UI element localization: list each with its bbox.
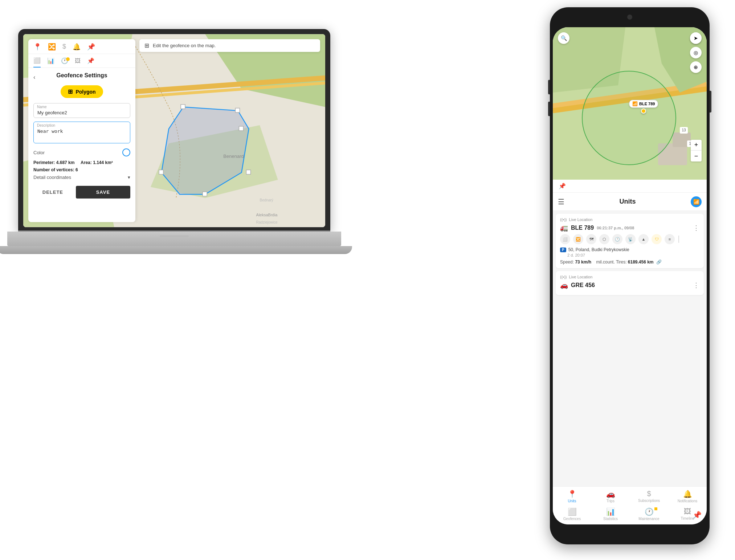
menu-icon[interactable]: ☰ — [558, 197, 564, 206]
ble-name: BLE 789 — [639, 102, 655, 106]
name-input[interactable] — [33, 103, 130, 118]
description-field: Description Near work — [33, 122, 130, 145]
nav-item-statistics[interactable]: 📊 Statistics — [591, 507, 630, 522]
unit1-action-hex[interactable]: ⬡ — [599, 234, 609, 244]
sidebar-tab-geofence[interactable]: ⬜ — [33, 57, 41, 68]
maintenance-nav-label: Maintenance — [638, 517, 659, 521]
target-button[interactable]: ◎ — [690, 47, 702, 58]
units-nav-icon: 📍 — [568, 490, 577, 498]
units-avatar[interactable]: 📶 — [691, 196, 702, 207]
svg-text:Benenard: Benenard — [223, 154, 244, 159]
geofences-nav-label: Geofences — [563, 517, 581, 521]
navigate-button[interactable]: ➤ — [690, 32, 702, 44]
scene: Benenard AleksaBrdia Radziejowice Bednar… — [0, 0, 735, 560]
unit1-action-shield[interactable]: 🛡 — [652, 234, 662, 244]
notifications-nav-label: Notifications — [678, 499, 697, 503]
perimeter-value: 4.687 km — [56, 160, 75, 165]
link-icon: 🔗 — [656, 259, 662, 265]
unit1-duration: 2 d. 20:07 — [567, 253, 699, 257]
svg-rect-11 — [159, 170, 163, 174]
speed-label: Speed: — [560, 259, 574, 265]
phone-pin-row: 📌 — [553, 180, 707, 193]
target-icon: ◎ — [694, 50, 698, 56]
sidebar-tab-pin[interactable]: 📌 — [87, 43, 95, 54]
polygon-label: Polygon — [75, 89, 95, 95]
trips-nav-label: Trips — [607, 499, 614, 503]
unit1-action-nav[interactable]: ▲ — [638, 234, 649, 244]
svg-rect-9 — [235, 108, 240, 113]
phone-camera — [627, 15, 632, 20]
sidebar-tab-notification[interactable]: 🔔 — [73, 43, 81, 54]
unit1-action-geofence[interactable]: 🗺 — [586, 234, 596, 244]
phone: 14 13 📶 BLE 789 🔍 — [550, 7, 710, 544]
detail-coords-row[interactable]: Detail coordinates ▾ — [33, 175, 130, 180]
sidebar-tab-location[interactable]: 📍 — [33, 43, 41, 54]
unit1-action-route[interactable]: 🔀 — [573, 234, 583, 244]
unit-card-gre456: ((•)) Live Location 🚗 GRE 456 ⋮ — [556, 271, 704, 295]
statistics-nav-icon: 📊 — [606, 507, 615, 516]
chevron-down-icon: ▾ — [128, 175, 130, 180]
map-zoom-controls: + − — [691, 140, 702, 162]
unit1-truck-icon: 🚛 — [560, 224, 568, 232]
sidebar-tab-pin2[interactable]: 📌 — [87, 57, 94, 67]
speed-value: 73 km/h — [575, 259, 591, 265]
svg-rect-8 — [181, 105, 185, 109]
area-label: Area: — [81, 160, 92, 165]
maintenance-badge — [654, 507, 657, 510]
zoom-in-button[interactable]: + — [691, 140, 702, 151]
sidebar-tab-history[interactable]: 🕐 — [61, 57, 68, 67]
color-picker[interactable] — [122, 148, 130, 156]
units-header: ☰ Units 📶 — [553, 193, 707, 211]
search-icon: 🔍 — [561, 35, 567, 41]
sidebar-tab-media[interactable]: 🖼 — [75, 58, 81, 67]
save-button[interactable]: SAVE — [76, 186, 130, 199]
subscriptions-nav-icon: $ — [647, 490, 651, 498]
units-nav-label: Units — [568, 499, 576, 503]
phone-search-button[interactable]: 🔍 — [558, 32, 569, 44]
detail-coords-label: Detail coordinates — [33, 175, 71, 180]
unit1-action-signal[interactable]: 📡 — [625, 234, 636, 244]
name-field: Name — [33, 103, 130, 118]
nav-item-trips[interactable]: 🚗 Trips — [591, 489, 630, 504]
gps-button[interactable]: ⊕ — [690, 61, 702, 73]
sidebar-tab-route[interactable]: 🔀 — [48, 43, 56, 54]
unit1-more-button[interactable]: ⋮ — [693, 224, 699, 232]
unit1-action-map[interactable]: ⬜ — [560, 234, 570, 244]
unit2-more-button[interactable]: ⋮ — [693, 281, 699, 289]
unit1-icon-row: ⬜ 🔀 🗺 ⬡ 🕐 📡 ▲ 🛡 ≡ — [560, 234, 699, 244]
nav-item-subscriptions[interactable]: $ Subscriptions — [630, 489, 668, 504]
unit1-address: 50, Poland, Budki Petrykowskie — [568, 247, 629, 252]
statistics-nav-label: Statistics — [603, 517, 618, 521]
sidebar-tab-billing[interactable]: $ — [62, 43, 66, 54]
unit2-car-icon: 🚗 — [560, 281, 568, 289]
mil-value: 6189.456 km — [628, 259, 654, 265]
unit1-name-text: BLE 789 — [571, 225, 594, 231]
unit1-action-history[interactable]: 🕐 — [612, 234, 622, 244]
polygon-icon: ⊞ — [68, 88, 73, 95]
nav-item-geofences[interactable]: ⬜ Geofences — [553, 507, 591, 522]
list-spacer — [553, 298, 707, 305]
svg-text:Bednarý: Bednarý — [260, 198, 273, 202]
back-button[interactable]: ‹ — [33, 74, 35, 81]
delete-button[interactable]: DELETE — [33, 186, 72, 199]
zoom-out-button[interactable]: − — [691, 151, 702, 162]
svg-rect-12 — [246, 170, 250, 174]
sidebar-tab-stats[interactable]: 📊 — [47, 57, 54, 67]
parking-badge: P — [560, 248, 566, 252]
units-list[interactable]: ((•)) Live Location 🚛 BLE 789 06:21:37 p… — [553, 211, 707, 486]
avatar-icon: 📶 — [693, 199, 699, 205]
unit2-name: 🚗 GRE 456 — [560, 281, 595, 289]
color-row: Color — [33, 148, 130, 156]
unit1-action-menu[interactable]: ≡ — [665, 234, 675, 244]
sidebar-title: Geofence Settings — [56, 72, 107, 79]
plus-icon: + — [694, 141, 698, 149]
nav-item-notifications[interactable]: 🔔 Notifications — [668, 489, 707, 504]
unit1-live-label: Live Location — [569, 217, 593, 222]
nav-item-maintenance[interactable]: 🕐 Maintenance — [630, 507, 668, 522]
nav-item-units[interactable]: 📍 Units — [553, 489, 591, 504]
nav-item-pin[interactable]: 📌 — [693, 510, 702, 520]
polygon-button[interactable]: ⊞ Polygon — [61, 85, 103, 98]
geofences-nav-icon: ⬜ — [568, 507, 577, 516]
notifications-nav-icon: 🔔 — [683, 490, 692, 498]
minus-icon: − — [694, 152, 698, 160]
